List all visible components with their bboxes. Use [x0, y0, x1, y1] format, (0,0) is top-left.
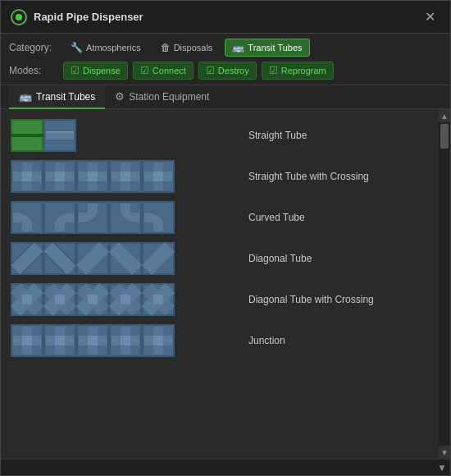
- category-transit[interactable]: 🚌 Transit Tubes: [225, 39, 309, 57]
- modes-row: Modes: ☑ Dispense ☑ Connect ☑ Destroy ☑ …: [9, 62, 442, 80]
- reprogram-label: Reprogram: [281, 66, 326, 76]
- reprogram-check: ☑: [269, 65, 278, 76]
- list-item[interactable]: Curved Tube: [7, 198, 432, 237]
- item-sprites-straight: [11, 119, 240, 152]
- list-item[interactable]: Diagonal Tube with Crossing: [7, 280, 432, 319]
- tube-sprite-dcross-5: [142, 283, 175, 316]
- tube-sprite-junct-1: [11, 324, 43, 357]
- station-tab-label: Station Equipment: [129, 91, 209, 103]
- svg-rect-33: [153, 172, 163, 181]
- title-bar-left: Rapid Pipe Dispenser: [11, 9, 144, 25]
- tube-sprite-curved-4: [109, 201, 142, 234]
- item-label-straight: Straight Tube: [240, 130, 429, 141]
- disposals-icon: 🗑: [161, 42, 171, 53]
- tube-sprite-junct-5: [142, 324, 175, 357]
- tube-sprite-dcross-1: [11, 283, 43, 316]
- tube-sprite-curved-3: [76, 201, 109, 234]
- svg-rect-72: [55, 295, 65, 304]
- scroll-track[interactable]: [439, 122, 450, 446]
- tube-sprite-diag-5: [142, 242, 175, 275]
- item-sprites-diag-crossing: [11, 283, 240, 316]
- svg-rect-87: [153, 295, 163, 304]
- svg-rect-102: [88, 336, 98, 346]
- mode-dispense[interactable]: ☑ Dispense: [63, 62, 128, 80]
- connect-check: ☑: [140, 65, 149, 76]
- dispense-label: Dispense: [83, 66, 121, 76]
- modes-label: Modes:: [9, 65, 58, 76]
- tube-sprite-dcross-3: [76, 283, 109, 316]
- svg-rect-112: [153, 336, 163, 346]
- tube-sprite-curved-5: [142, 201, 175, 234]
- scroll-thumb[interactable]: [440, 124, 449, 149]
- mode-destroy[interactable]: ☑ Destroy: [198, 62, 257, 80]
- tube-sprite-curved-1: [11, 201, 43, 234]
- svg-rect-77: [88, 295, 98, 304]
- tube-sprite-diag-3: [76, 242, 109, 275]
- item-sprites-crossing: [11, 160, 240, 193]
- mode-connect[interactable]: ☑ Connect: [133, 62, 194, 80]
- svg-rect-107: [121, 336, 130, 346]
- item-sprites-diagonal: [11, 242, 240, 275]
- transit-tab-icon: 🚌: [19, 90, 32, 103]
- tab-station-equipment[interactable]: ⚙ Station Equipment: [105, 85, 219, 109]
- toolbar: Category: 🔧 Atmospherics 🗑 Disposals 🚌 T…: [1, 34, 450, 85]
- scroll-up-arrow[interactable]: ▲: [439, 109, 450, 122]
- content-area: Straight Tube: [1, 109, 450, 459]
- tube-sprite-dcross-4: [109, 283, 142, 316]
- tube-sprite-diag-1: [11, 242, 43, 275]
- tube-sprite-crossing-1: [11, 160, 43, 193]
- tube-sprite-crossing-5: [142, 160, 175, 193]
- tube-sprite-diag-2: [43, 242, 76, 275]
- list-item[interactable]: Junction: [7, 321, 432, 360]
- mode-reprogram[interactable]: ☑ Reprogram: [262, 62, 334, 80]
- tube-sprite-crossing-3: [76, 160, 109, 193]
- tube-sprite-crossing-4: [109, 160, 142, 193]
- disposals-label: Disposals: [174, 43, 213, 53]
- connect-label: Connect: [153, 66, 186, 76]
- item-sprites-curved: [11, 201, 240, 234]
- main-window: Rapid Pipe Dispenser ✕ Category: 🔧 Atmos…: [0, 0, 451, 476]
- tube-sprite-junct-3: [76, 324, 109, 357]
- item-label-crossing: Straight Tube with Crossing: [240, 171, 429, 182]
- item-list[interactable]: Straight Tube: [1, 109, 439, 459]
- svg-rect-67: [22, 295, 32, 304]
- tube-sprite-junct-2: [43, 324, 76, 357]
- list-item[interactable]: Straight Tube: [7, 116, 432, 155]
- tube-sprite-curved-2: [43, 201, 76, 234]
- svg-rect-13: [22, 172, 32, 181]
- tab-transit-tubes[interactable]: 🚌 Transit Tubes: [9, 85, 105, 109]
- category-disposals[interactable]: 🗑 Disposals: [153, 39, 221, 57]
- tube-sprite-straight: [43, 119, 76, 152]
- tube-sprite-crossing-2: [43, 160, 76, 193]
- category-atmospherics[interactable]: 🔧 Atmospherics: [63, 39, 148, 57]
- list-item[interactable]: Straight Tube with Crossing: [7, 157, 432, 196]
- transit-label: Transit Tubes: [248, 43, 302, 53]
- tube-sprite-junct-4: [109, 324, 142, 357]
- atmospherics-label: Atmospherics: [86, 43, 141, 53]
- item-label-diagonal: Diagonal Tube: [240, 253, 429, 264]
- tube-sprite-green: [11, 119, 43, 152]
- close-button[interactable]: ✕: [420, 7, 440, 26]
- scroll-down-arrow[interactable]: ▼: [439, 446, 450, 459]
- list-item[interactable]: Diagonal Tube: [7, 239, 432, 278]
- title-bar: Rapid Pipe Dispenser ✕: [1, 1, 450, 34]
- tube-sprite-dcross-2: [43, 283, 76, 316]
- destroy-check: ☑: [206, 65, 215, 76]
- svg-rect-82: [121, 295, 130, 304]
- svg-rect-97: [55, 336, 65, 346]
- svg-rect-92: [22, 336, 32, 346]
- station-tab-icon: ⚙: [115, 90, 125, 103]
- tabs-row: 🚌 Transit Tubes ⚙ Station Equipment: [1, 85, 450, 109]
- atmospherics-icon: 🔧: [71, 42, 83, 53]
- category-row: Category: 🔧 Atmospherics 🗑 Disposals 🚌 T…: [9, 39, 442, 57]
- scrollbar[interactable]: ▲ ▼: [439, 109, 450, 459]
- item-sprites-junction: [11, 324, 240, 357]
- item-label-junction: Junction: [240, 335, 429, 346]
- tube-sprite-diag-4: [109, 242, 142, 275]
- svg-rect-28: [121, 172, 130, 181]
- page-down-arrow[interactable]: ▼: [437, 462, 447, 474]
- window-title: Rapid Pipe Dispenser: [34, 11, 144, 23]
- dispense-check: ☑: [71, 65, 80, 76]
- status-bar: ▼: [1, 459, 450, 475]
- category-label: Category:: [9, 42, 58, 53]
